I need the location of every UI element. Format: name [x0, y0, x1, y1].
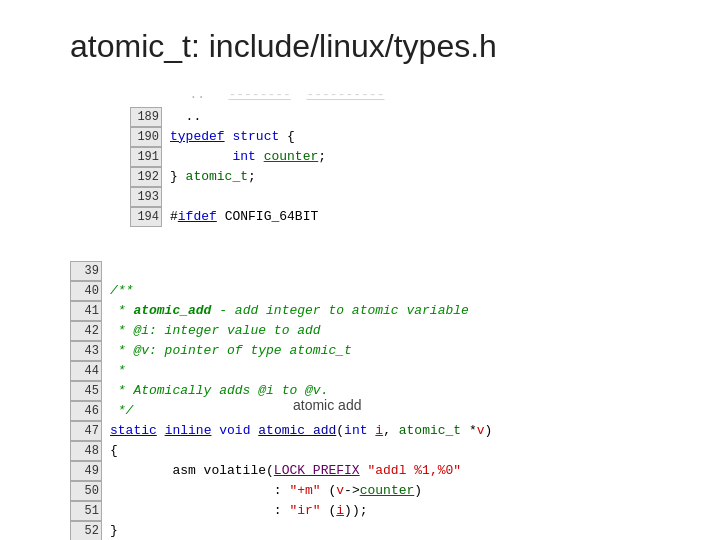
code-line-39: 39	[70, 261, 720, 281]
line-code: /**	[106, 281, 133, 301]
code-line-47: 47 static inline void atomic_add(int i, …	[70, 421, 720, 441]
code-line-190: 190 typedef struct {	[130, 127, 720, 147]
top-code-header: .. -------- ----------	[130, 85, 720, 105]
line-num: 42	[70, 321, 102, 341]
code-line-194: 194 #ifdef CONFIG_64BIT	[130, 207, 720, 227]
code-line-46: 46 */	[70, 401, 720, 421]
line-code: ..	[166, 107, 201, 127]
code-line-50: 50 : "+m" (v->counter)	[70, 481, 720, 501]
code-line-44: 44 *	[70, 361, 720, 381]
top-code-block: .. -------- ---------- 189 .. 190 typede…	[130, 85, 720, 227]
line-code: static inline void atomic_add(int i, ato…	[106, 421, 492, 441]
code-line-193: 193	[130, 187, 720, 207]
line-num: 41	[70, 301, 102, 321]
code-line-49: 49 asm volatile(LOCK_PREFIX "addl %1,%0"	[70, 461, 720, 481]
code-line-192: 192 } atomic_t;	[130, 167, 720, 187]
code-line-48: 48 {	[70, 441, 720, 461]
line-code: : "ir" (i));	[106, 501, 367, 521]
line-code: : "+m" (v->counter)	[106, 481, 422, 501]
code-line-51: 51 : "ir" (i));	[70, 501, 720, 521]
code-line-52: 52 }	[70, 521, 720, 541]
line-code: } atomic_t;	[166, 167, 256, 187]
line-num: 192	[130, 167, 162, 187]
line-num: 49	[70, 461, 102, 481]
line-num: 48	[70, 441, 102, 461]
line-code: }	[106, 521, 118, 540]
divider	[70, 245, 720, 261]
line-code: asm volatile(LOCK_PREFIX "addl %1,%0"	[106, 461, 461, 481]
line-code: int counter;	[166, 147, 326, 167]
code-line-40: 40 /**	[70, 281, 720, 301]
code-line-45: 45 * Atomically adds @i to @v.	[70, 381, 720, 401]
line-num: 189	[130, 107, 162, 127]
line-num: 40	[70, 281, 102, 301]
bottom-code-block: 39 40 /** 41 * atomic_add - add integer …	[70, 261, 720, 541]
line-num: 47	[70, 421, 102, 441]
line-num: 193	[130, 187, 162, 207]
line-code: * @i: integer value to add	[106, 321, 321, 341]
code-line-41: 41 * atomic_add - add integer to atomic …	[70, 301, 720, 321]
code-line-189: 189 ..	[130, 107, 720, 127]
line-code: * @v: pointer of type atomic_t	[106, 341, 352, 361]
code-section: .. -------- ---------- 189 .. 190 typede…	[0, 85, 720, 540]
line-code: {	[106, 441, 118, 461]
page-title: atomic_t: include/linux/types.h	[0, 0, 720, 85]
line-num: 44	[70, 361, 102, 381]
code-line-191: 191 int counter;	[130, 147, 720, 167]
line-num: 51	[70, 501, 102, 521]
line-code: #ifdef CONFIG_64BIT	[166, 207, 318, 227]
line-num: 39	[70, 261, 102, 281]
line-num: 50	[70, 481, 102, 501]
code-line-43: 43 * @v: pointer of type atomic_t	[70, 341, 720, 361]
line-code: typedef struct {	[166, 127, 295, 147]
line-num: 190	[130, 127, 162, 147]
line-code: * atomic_add - add integer to atomic var…	[106, 301, 469, 321]
line-num: 191	[130, 147, 162, 167]
line-num: 46	[70, 401, 102, 421]
line-num: 43	[70, 341, 102, 361]
line-num: 194	[130, 207, 162, 227]
line-num: 52	[70, 521, 102, 541]
line-code: *	[106, 361, 126, 381]
line-num: 45	[70, 381, 102, 401]
code-line-42: 42 * @i: integer value to add	[70, 321, 720, 341]
atomic-add-label: atomic add	[293, 397, 361, 413]
line-code: */	[106, 401, 133, 421]
